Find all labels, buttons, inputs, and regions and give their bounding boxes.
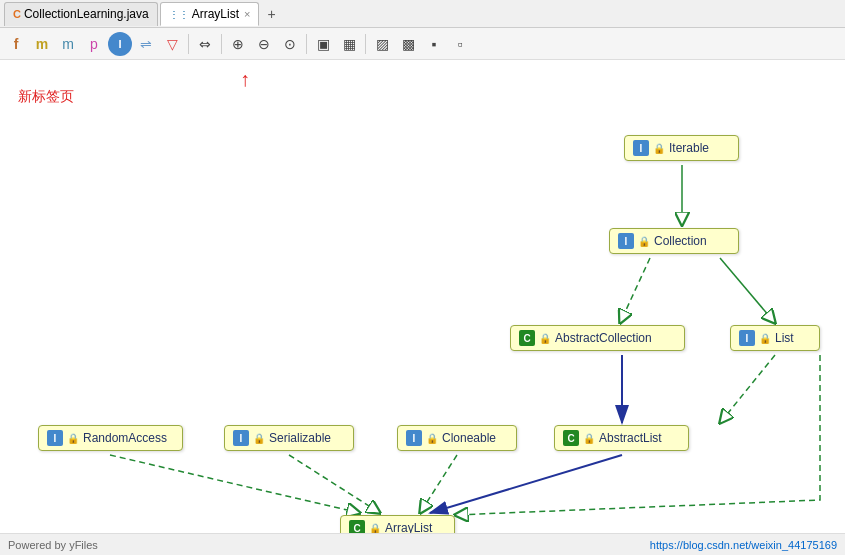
svg-line-7 <box>430 455 622 513</box>
footer: Powered by yFiles https://blog.csdn.net/… <box>0 533 845 555</box>
svg-line-10 <box>420 455 457 513</box>
abstractlist-label: AbstractList <box>599 431 662 445</box>
node-randomaccess[interactable]: I 🔒 RandomAccess <box>38 425 183 451</box>
tab-arraylist[interactable]: ⋮⋮ ArrayList × <box>160 2 260 26</box>
serializable-label: Serializable <box>269 431 331 445</box>
footer-left: Powered by yFiles <box>8 539 98 551</box>
toolbar-settings-btn[interactable]: ▫ <box>448 32 472 56</box>
node-abstractlist[interactable]: C 🔒 AbstractList <box>554 425 689 451</box>
randomaccess-type-icon: I <box>47 430 63 446</box>
svg-line-4 <box>720 258 775 323</box>
randomaccess-lock-icon: 🔒 <box>67 433 79 444</box>
iterable-lock-icon: 🔒 <box>653 143 665 154</box>
tab-arr-icon: ⋮⋮ <box>169 9 189 20</box>
toolbar-sep3 <box>306 34 307 54</box>
node-collection[interactable]: I 🔒 Collection <box>609 228 739 254</box>
cloneable-type-icon: I <box>406 430 422 446</box>
node-iterable[interactable]: I 🔒 Iterable <box>624 135 739 161</box>
cloneable-label: Cloneable <box>442 431 496 445</box>
abstractcollection-type-icon: C <box>519 330 535 346</box>
toolbar-i-btn[interactable]: I <box>108 32 132 56</box>
toolbar-zoom-out-btn[interactable]: ⊖ <box>252 32 276 56</box>
serializable-type-icon: I <box>233 430 249 446</box>
toolbar-arrows-btn[interactable]: ⇔ <box>193 32 217 56</box>
toolbar-save-btn[interactable]: ▨ <box>370 32 394 56</box>
toolbar-zoom-fit-btn[interactable]: ⊙ <box>278 32 302 56</box>
toolbar-funnel-btn[interactable]: ▽ <box>160 32 184 56</box>
toolbar-p-btn[interactable]: p <box>82 32 106 56</box>
toolbar-layout1-btn[interactable]: ▣ <box>311 32 335 56</box>
serializable-lock-icon: 🔒 <box>253 433 265 444</box>
list-lock-icon: 🔒 <box>759 333 771 344</box>
collection-lock-icon: 🔒 <box>638 236 650 247</box>
abstractcollection-lock-icon: 🔒 <box>539 333 551 344</box>
svg-line-6 <box>720 355 775 423</box>
toolbar-m-btn[interactable]: m <box>30 32 54 56</box>
tab-collectionlearning[interactable]: C CollectionLearning.java <box>4 2 158 26</box>
arraylist-lock-icon: 🔒 <box>369 523 381 534</box>
svg-line-3 <box>620 258 650 323</box>
toolbar-f-btn[interactable]: f <box>4 32 28 56</box>
diagram-canvas: ↑ 新标签页 <box>0 60 845 555</box>
node-cloneable[interactable]: I 🔒 Cloneable <box>397 425 517 451</box>
cloneable-lock-icon: 🔒 <box>426 433 438 444</box>
node-abstractcollection[interactable]: C 🔒 AbstractCollection <box>510 325 685 351</box>
toolbar-zoom-in-btn[interactable]: ⊕ <box>226 32 250 56</box>
tab-c-icon: C <box>13 8 21 20</box>
node-list[interactable]: I 🔒 List <box>730 325 820 351</box>
toolbar-sep4 <box>365 34 366 54</box>
iterable-type-icon: I <box>633 140 649 156</box>
list-label: List <box>775 331 794 345</box>
randomaccess-label: RandomAccess <box>83 431 167 445</box>
new-tab-button[interactable]: + <box>261 3 281 25</box>
tab2-label: ArrayList <box>192 7 239 21</box>
list-type-icon: I <box>739 330 755 346</box>
svg-line-8 <box>110 455 360 513</box>
iterable-label: Iterable <box>669 141 709 155</box>
toolbar-sep2 <box>221 34 222 54</box>
svg-line-9 <box>289 455 380 513</box>
new-tab-arrow: ↑ <box>240 68 250 91</box>
toolbar-sep1 <box>188 34 189 54</box>
footer-right: https://blog.csdn.net/weixin_44175169 <box>650 539 837 551</box>
toolbar-filter-btn[interactable]: ⇌ <box>134 32 158 56</box>
new-tab-label: 新标签页 <box>18 88 74 106</box>
abstractlist-type-icon: C <box>563 430 579 446</box>
tab-close-button[interactable]: × <box>244 8 250 20</box>
tab-bar: C CollectionLearning.java ⋮⋮ ArrayList ×… <box>0 0 845 28</box>
abstractcollection-label: AbstractCollection <box>555 331 652 345</box>
node-serializable[interactable]: I 🔒 Serializable <box>224 425 354 451</box>
toolbar-layout2-btn[interactable]: ▦ <box>337 32 361 56</box>
toolbar-m2-btn[interactable]: m <box>56 32 80 56</box>
tab1-label: CollectionLearning.java <box>24 7 149 21</box>
abstractlist-lock-icon: 🔒 <box>583 433 595 444</box>
collection-type-icon: I <box>618 233 634 249</box>
toolbar-print-btn[interactable]: ▪ <box>422 32 446 56</box>
collection-label: Collection <box>654 234 707 248</box>
toolbar-export-btn[interactable]: ▩ <box>396 32 420 56</box>
toolbar: f m m p I ⇌ ▽ ⇔ ⊕ ⊖ ⊙ ▣ ▦ ▨ ▩ ▪ ▫ <box>0 28 845 60</box>
